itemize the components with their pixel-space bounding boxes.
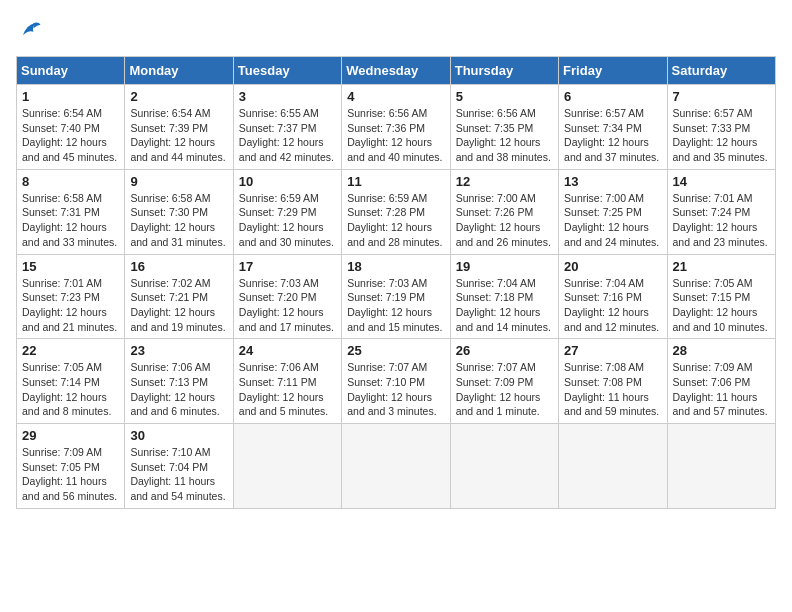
weekday-header-saturday: Saturday [667, 57, 775, 85]
day-detail: Sunrise: 7:07 AMSunset: 7:09 PMDaylight:… [456, 360, 553, 419]
calendar-week-3: 15Sunrise: 7:01 AMSunset: 7:23 PMDayligh… [17, 254, 776, 339]
calendar-cell: 15Sunrise: 7:01 AMSunset: 7:23 PMDayligh… [17, 254, 125, 339]
calendar-cell: 3Sunrise: 6:55 AMSunset: 7:37 PMDaylight… [233, 85, 341, 170]
day-detail: Sunrise: 7:02 AMSunset: 7:21 PMDaylight:… [130, 276, 227, 335]
calendar-table: SundayMondayTuesdayWednesdayThursdayFrid… [16, 56, 776, 509]
day-number: 16 [130, 259, 227, 274]
calendar-cell [342, 424, 450, 509]
calendar-cell: 17Sunrise: 7:03 AMSunset: 7:20 PMDayligh… [233, 254, 341, 339]
day-detail: Sunrise: 7:04 AMSunset: 7:18 PMDaylight:… [456, 276, 553, 335]
calendar-cell: 29Sunrise: 7:09 AMSunset: 7:05 PMDayligh… [17, 424, 125, 509]
calendar-cell: 21Sunrise: 7:05 AMSunset: 7:15 PMDayligh… [667, 254, 775, 339]
day-number: 17 [239, 259, 336, 274]
day-number: 11 [347, 174, 444, 189]
day-detail: Sunrise: 6:55 AMSunset: 7:37 PMDaylight:… [239, 106, 336, 165]
day-number: 8 [22, 174, 119, 189]
weekday-header-friday: Friday [559, 57, 667, 85]
day-number: 27 [564, 343, 661, 358]
day-number: 28 [673, 343, 770, 358]
calendar-cell: 24Sunrise: 7:06 AMSunset: 7:11 PMDayligh… [233, 339, 341, 424]
day-number: 6 [564, 89, 661, 104]
calendar-cell: 11Sunrise: 6:59 AMSunset: 7:28 PMDayligh… [342, 169, 450, 254]
day-detail: Sunrise: 7:00 AMSunset: 7:25 PMDaylight:… [564, 191, 661, 250]
day-number: 9 [130, 174, 227, 189]
day-detail: Sunrise: 7:03 AMSunset: 7:20 PMDaylight:… [239, 276, 336, 335]
day-detail: Sunrise: 7:05 AMSunset: 7:15 PMDaylight:… [673, 276, 770, 335]
page-header [16, 16, 776, 44]
day-detail: Sunrise: 7:01 AMSunset: 7:24 PMDaylight:… [673, 191, 770, 250]
day-number: 20 [564, 259, 661, 274]
day-detail: Sunrise: 6:56 AMSunset: 7:35 PMDaylight:… [456, 106, 553, 165]
calendar-cell: 28Sunrise: 7:09 AMSunset: 7:06 PMDayligh… [667, 339, 775, 424]
calendar-cell: 23Sunrise: 7:06 AMSunset: 7:13 PMDayligh… [125, 339, 233, 424]
day-number: 23 [130, 343, 227, 358]
day-detail: Sunrise: 7:09 AMSunset: 7:05 PMDaylight:… [22, 445, 119, 504]
weekday-header-sunday: Sunday [17, 57, 125, 85]
day-number: 13 [564, 174, 661, 189]
day-detail: Sunrise: 7:06 AMSunset: 7:13 PMDaylight:… [130, 360, 227, 419]
calendar-cell: 27Sunrise: 7:08 AMSunset: 7:08 PMDayligh… [559, 339, 667, 424]
calendar-cell: 10Sunrise: 6:59 AMSunset: 7:29 PMDayligh… [233, 169, 341, 254]
day-number: 4 [347, 89, 444, 104]
weekday-header-monday: Monday [125, 57, 233, 85]
calendar-week-4: 22Sunrise: 7:05 AMSunset: 7:14 PMDayligh… [17, 339, 776, 424]
day-number: 12 [456, 174, 553, 189]
day-number: 25 [347, 343, 444, 358]
calendar-cell: 16Sunrise: 7:02 AMSunset: 7:21 PMDayligh… [125, 254, 233, 339]
calendar-cell: 22Sunrise: 7:05 AMSunset: 7:14 PMDayligh… [17, 339, 125, 424]
day-detail: Sunrise: 7:10 AMSunset: 7:04 PMDaylight:… [130, 445, 227, 504]
day-number: 30 [130, 428, 227, 443]
day-detail: Sunrise: 6:59 AMSunset: 7:28 PMDaylight:… [347, 191, 444, 250]
calendar-week-1: 1Sunrise: 6:54 AMSunset: 7:40 PMDaylight… [17, 85, 776, 170]
day-number: 5 [456, 89, 553, 104]
calendar-cell: 9Sunrise: 6:58 AMSunset: 7:30 PMDaylight… [125, 169, 233, 254]
day-detail: Sunrise: 6:59 AMSunset: 7:29 PMDaylight:… [239, 191, 336, 250]
calendar-cell: 19Sunrise: 7:04 AMSunset: 7:18 PMDayligh… [450, 254, 558, 339]
calendar-week-5: 29Sunrise: 7:09 AMSunset: 7:05 PMDayligh… [17, 424, 776, 509]
day-detail: Sunrise: 6:57 AMSunset: 7:34 PMDaylight:… [564, 106, 661, 165]
calendar-cell [667, 424, 775, 509]
day-number: 10 [239, 174, 336, 189]
day-detail: Sunrise: 6:58 AMSunset: 7:30 PMDaylight:… [130, 191, 227, 250]
calendar-cell [233, 424, 341, 509]
day-detail: Sunrise: 6:54 AMSunset: 7:40 PMDaylight:… [22, 106, 119, 165]
calendar-cell: 6Sunrise: 6:57 AMSunset: 7:34 PMDaylight… [559, 85, 667, 170]
calendar-cell: 12Sunrise: 7:00 AMSunset: 7:26 PMDayligh… [450, 169, 558, 254]
day-detail: Sunrise: 6:54 AMSunset: 7:39 PMDaylight:… [130, 106, 227, 165]
day-detail: Sunrise: 7:00 AMSunset: 7:26 PMDaylight:… [456, 191, 553, 250]
day-detail: Sunrise: 6:57 AMSunset: 7:33 PMDaylight:… [673, 106, 770, 165]
day-number: 15 [22, 259, 119, 274]
day-detail: Sunrise: 7:06 AMSunset: 7:11 PMDaylight:… [239, 360, 336, 419]
day-number: 7 [673, 89, 770, 104]
day-number: 22 [22, 343, 119, 358]
calendar-cell: 2Sunrise: 6:54 AMSunset: 7:39 PMDaylight… [125, 85, 233, 170]
calendar-cell: 20Sunrise: 7:04 AMSunset: 7:16 PMDayligh… [559, 254, 667, 339]
day-detail: Sunrise: 7:01 AMSunset: 7:23 PMDaylight:… [22, 276, 119, 335]
calendar-cell [559, 424, 667, 509]
calendar-cell: 26Sunrise: 7:07 AMSunset: 7:09 PMDayligh… [450, 339, 558, 424]
calendar-cell: 25Sunrise: 7:07 AMSunset: 7:10 PMDayligh… [342, 339, 450, 424]
day-detail: Sunrise: 7:05 AMSunset: 7:14 PMDaylight:… [22, 360, 119, 419]
day-number: 19 [456, 259, 553, 274]
logo-bird-icon [16, 16, 44, 44]
day-number: 1 [22, 89, 119, 104]
day-detail: Sunrise: 7:04 AMSunset: 7:16 PMDaylight:… [564, 276, 661, 335]
calendar-cell: 18Sunrise: 7:03 AMSunset: 7:19 PMDayligh… [342, 254, 450, 339]
calendar-cell: 13Sunrise: 7:00 AMSunset: 7:25 PMDayligh… [559, 169, 667, 254]
calendar-week-2: 8Sunrise: 6:58 AMSunset: 7:31 PMDaylight… [17, 169, 776, 254]
day-number: 21 [673, 259, 770, 274]
calendar-header-row: SundayMondayTuesdayWednesdayThursdayFrid… [17, 57, 776, 85]
calendar-cell: 5Sunrise: 6:56 AMSunset: 7:35 PMDaylight… [450, 85, 558, 170]
calendar-cell: 4Sunrise: 6:56 AMSunset: 7:36 PMDaylight… [342, 85, 450, 170]
weekday-header-thursday: Thursday [450, 57, 558, 85]
calendar-cell: 8Sunrise: 6:58 AMSunset: 7:31 PMDaylight… [17, 169, 125, 254]
day-detail: Sunrise: 6:58 AMSunset: 7:31 PMDaylight:… [22, 191, 119, 250]
calendar-cell: 14Sunrise: 7:01 AMSunset: 7:24 PMDayligh… [667, 169, 775, 254]
day-number: 24 [239, 343, 336, 358]
weekday-header-tuesday: Tuesday [233, 57, 341, 85]
day-detail: Sunrise: 7:03 AMSunset: 7:19 PMDaylight:… [347, 276, 444, 335]
day-number: 29 [22, 428, 119, 443]
day-detail: Sunrise: 7:09 AMSunset: 7:06 PMDaylight:… [673, 360, 770, 419]
calendar-cell: 30Sunrise: 7:10 AMSunset: 7:04 PMDayligh… [125, 424, 233, 509]
day-detail: Sunrise: 6:56 AMSunset: 7:36 PMDaylight:… [347, 106, 444, 165]
